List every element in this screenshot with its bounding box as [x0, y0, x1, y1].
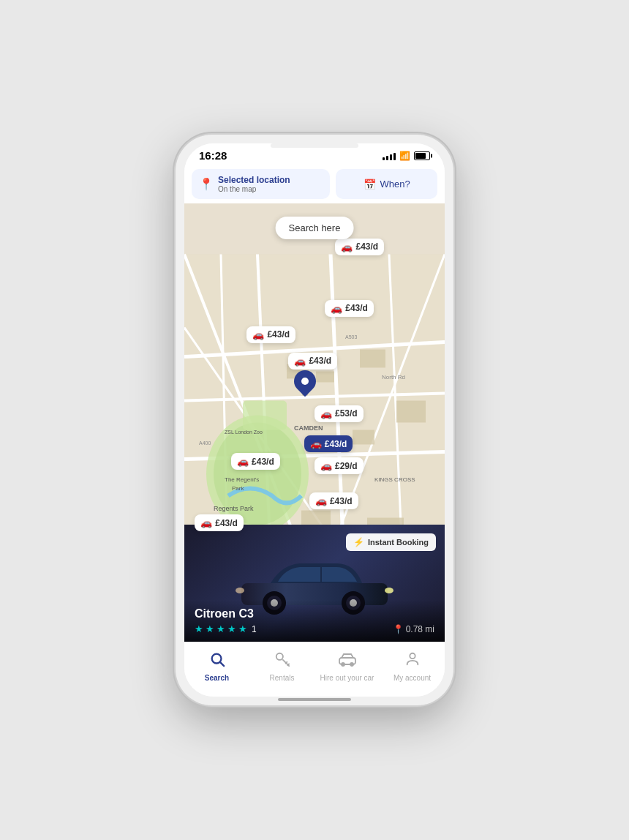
price-tag-6-selected[interactable]: 🚗 £43/d	[304, 435, 353, 452]
price-label: £43/d	[252, 457, 274, 467]
nav-search-label: Search	[205, 674, 229, 682]
svg-text:A400: A400	[199, 440, 211, 446]
price-label: £43/d	[267, 329, 290, 340]
star-4: ★	[227, 623, 236, 634]
status-time: 16:28	[199, 149, 227, 162]
distance-info: 📍 0.78 mi	[393, 624, 434, 634]
price-tag-9[interactable]: 🚗 £43/d	[309, 492, 358, 509]
price-tag-7[interactable]: 🚗 £29/d	[314, 457, 364, 474]
distance-value: 0.78 mi	[406, 624, 434, 634]
svg-text:KINGS CROSS: KINGS CROSS	[374, 476, 415, 483]
search-here-label: Search here	[289, 222, 341, 233]
svg-line-47	[287, 664, 289, 665]
price-tag-3[interactable]: 🚗 £43/d	[246, 326, 295, 343]
price-label: £43/d	[330, 496, 353, 506]
car-card-info: Citroen C3 ★ ★ ★ ★ ★ 1 📍 0.78 mi	[184, 600, 445, 642]
price-label: £43/d	[345, 303, 368, 313]
svg-point-41	[236, 588, 244, 593]
price-tag-4[interactable]: 🚗 £43/d	[288, 353, 337, 370]
wifi-icon: 📶	[399, 151, 410, 161]
price-tag-2[interactable]: 🚗 £43/d	[325, 300, 374, 317]
nav-item-account[interactable]: My account	[380, 648, 445, 685]
map-area[interactable]: North Rd A503 A400 CAMDEN KINGS CROSS FI…	[184, 203, 445, 642]
notch	[271, 143, 358, 148]
star-3: ★	[216, 623, 225, 634]
bottom-nav: Search Rentals	[184, 642, 445, 697]
calendar-icon: 📅	[364, 179, 376, 190]
svg-text:ZSL London Zoo: ZSL London Zoo	[225, 430, 263, 435]
price-label: £29/d	[335, 461, 358, 471]
car-icon: 🚗	[320, 408, 332, 419]
signal-icon	[383, 151, 396, 160]
nav-item-search[interactable]: Search	[184, 648, 249, 685]
price-tag-1[interactable]: 🚗 £43/d	[335, 239, 384, 255]
svg-point-51	[410, 653, 415, 659]
nav-item-rentals[interactable]: Rentals	[249, 648, 314, 685]
location-title: Selected location	[218, 175, 290, 185]
svg-point-40	[385, 588, 393, 593]
car-name: Citroen C3	[195, 607, 434, 620]
svg-rect-15	[316, 372, 334, 383]
car-bottom-row: ★ ★ ★ ★ ★ 1 📍 0.78 mi	[195, 623, 434, 634]
home-indicator	[278, 698, 351, 701]
search-here-button[interactable]: Search here	[276, 217, 354, 239]
svg-line-43	[220, 662, 224, 666]
phone-screen: 16:28 📶 📍 Selected location	[184, 143, 445, 697]
location-button[interactable]: 📍 Selected location On the map	[192, 169, 330, 199]
svg-text:Regents Park: Regents Park	[214, 505, 254, 512]
svg-line-46	[285, 662, 287, 664]
car-icon: 🚗	[237, 456, 249, 467]
nav-hire-label: Hire out your car	[320, 674, 374, 682]
svg-text:A503: A503	[345, 334, 357, 340]
location-pin-icon: 📍	[199, 177, 214, 191]
star-2: ★	[206, 623, 214, 634]
instant-booking-label: Instant Booking	[368, 538, 429, 547]
car-icon: 🚗	[310, 438, 322, 449]
car-icon: 🚗	[315, 495, 327, 506]
svg-text:Park: Park	[232, 485, 244, 492]
price-label: £43/d	[215, 518, 238, 528]
instant-booking-badge: ⚡ Instant Booking	[346, 533, 436, 551]
svg-rect-16	[360, 350, 385, 368]
star-rating: ★ ★ ★ ★ ★ 1	[195, 623, 257, 634]
svg-point-44	[276, 653, 282, 660]
price-tag-8[interactable]: 🚗 £43/d	[231, 453, 280, 470]
car-icon: 🚗	[341, 241, 353, 252]
location-subtitle: On the map	[218, 185, 256, 193]
location-bar: 📍 Selected location On the map 📅 When?	[184, 165, 445, 203]
svg-rect-17	[396, 401, 426, 423]
price-tag-5[interactable]: 🚗 £53/d	[314, 405, 364, 422]
car-icon: 🚗	[331, 303, 342, 314]
car-icon: 🚗	[294, 356, 306, 367]
svg-rect-18	[353, 430, 374, 445]
when-label: When?	[380, 179, 410, 190]
svg-text:North Rd: North Rd	[382, 374, 405, 380]
car-card[interactable]: ⚡ Instant Booking Citroen C3 ★ ★ ★ ★ ★ 1	[184, 525, 445, 642]
phone-frame: 16:28 📶 📍 Selected location	[176, 135, 453, 705]
pin-shape	[289, 365, 320, 396]
battery-icon	[414, 151, 430, 160]
nav-item-hire[interactable]: Hire out your car	[314, 648, 380, 685]
search-icon	[209, 651, 225, 672]
price-label: £43/d	[325, 439, 347, 449]
svg-rect-13	[243, 401, 287, 430]
price-tag-10[interactable]: 🚗 £43/d	[195, 514, 244, 531]
when-button[interactable]: 📅 When?	[336, 169, 437, 199]
pin-icon-small: 📍	[393, 624, 404, 634]
star-1: ★	[195, 623, 203, 634]
key-icon	[274, 651, 290, 672]
price-label: £43/d	[355, 241, 378, 252]
lightning-icon: ⚡	[353, 537, 364, 547]
status-icons: 📶	[383, 151, 430, 161]
star-5: ★	[238, 623, 247, 634]
price-label: £53/d	[335, 408, 358, 419]
person-icon	[404, 651, 421, 672]
car-icon: 🚗	[320, 460, 332, 471]
rating-count: 1	[252, 624, 257, 634]
svg-text:CAMDEN: CAMDEN	[294, 424, 323, 432]
nav-account-label: My account	[393, 674, 431, 682]
car-icon: 🚗	[252, 329, 264, 340]
price-label: £43/d	[309, 356, 331, 366]
svg-text:The Regent's: The Regent's	[225, 476, 259, 483]
car-icon-nav	[339, 651, 356, 672]
